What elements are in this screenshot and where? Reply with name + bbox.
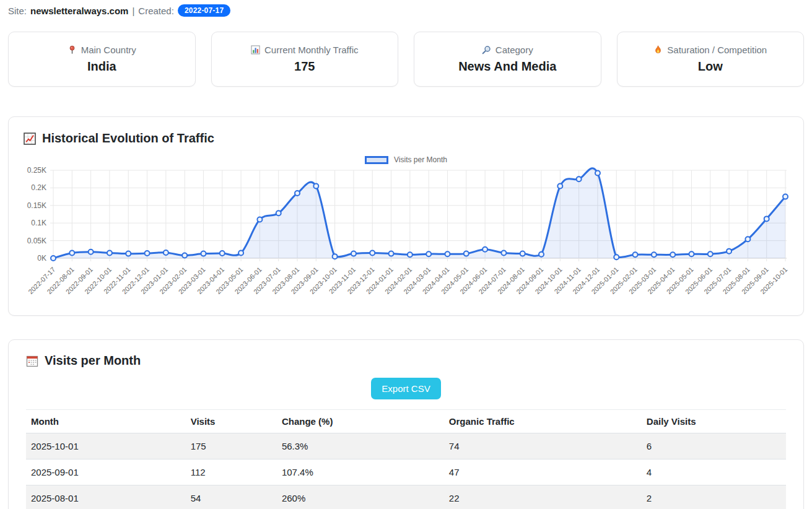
chart-legend[interactable]: Visits per Month bbox=[24, 155, 788, 164]
table-row: 2025-10-0117556.3%746 bbox=[26, 433, 786, 459]
svg-text:0K: 0K bbox=[37, 254, 46, 263]
svg-text:0.25K: 0.25K bbox=[27, 166, 46, 175]
table-row: 2025-09-01112107.4%474 bbox=[26, 459, 786, 485]
stat-label: Current Monthly Traffic bbox=[264, 45, 358, 55]
flame-icon bbox=[653, 45, 663, 54]
site-domain: newsletteralways.com bbox=[30, 6, 128, 16]
table-cell: 54 bbox=[186, 485, 277, 509]
calendar-icon bbox=[26, 355, 38, 367]
column-header-organic: Organic Traffic bbox=[444, 410, 642, 433]
stat-label: Saturation / Competition bbox=[667, 45, 767, 55]
site-label: Site: bbox=[8, 6, 27, 16]
created-date-badge: 2022-07-17 bbox=[178, 4, 230, 17]
table-cell: 260% bbox=[277, 485, 444, 509]
visits-table: Month Visits Change (%) Organic Traffic … bbox=[26, 409, 786, 509]
export-csv-button[interactable]: Export CSV bbox=[371, 378, 440, 399]
table-row: 2025-08-0154260%222 bbox=[26, 485, 786, 509]
legend-swatch bbox=[365, 156, 388, 164]
stat-label: Category bbox=[495, 45, 533, 55]
section-title-text: Visits per Month bbox=[45, 354, 141, 368]
table-cell: 56.3% bbox=[277, 433, 444, 459]
table-cell: 6 bbox=[642, 433, 786, 459]
legend-label: Visits per Month bbox=[394, 155, 447, 164]
table-cell: 112 bbox=[186, 459, 277, 485]
stat-card-category: Category News And Media bbox=[414, 32, 601, 87]
traffic-section-title: Historical Evolution of Traffic bbox=[24, 131, 788, 146]
column-header-month: Month bbox=[26, 410, 186, 433]
site-header: Site: newsletteralways.com | Created: 20… bbox=[8, 4, 804, 17]
stat-value: Low bbox=[698, 59, 723, 74]
column-header-change: Change (%) bbox=[277, 410, 444, 433]
table-cell: 107.4% bbox=[277, 459, 444, 485]
column-header-visits: Visits bbox=[186, 410, 277, 433]
stats-row: Main Country India Current Monthly Traff… bbox=[8, 32, 804, 87]
stat-value: 175 bbox=[294, 59, 315, 74]
svg-text:0.05K: 0.05K bbox=[27, 237, 46, 245]
table-cell: 2025-10-01 bbox=[26, 433, 186, 459]
pin-icon bbox=[68, 45, 77, 54]
table-cell: 4 bbox=[642, 459, 786, 485]
stat-label: Main Country bbox=[81, 45, 136, 55]
visits-table-card: Visits per Month Export CSV Month Visits… bbox=[8, 339, 804, 509]
stat-card-monthly-traffic: Current Monthly Traffic 175 bbox=[211, 32, 399, 87]
table-cell: 2025-08-01 bbox=[26, 485, 186, 509]
table-header-row: Month Visits Change (%) Organic Traffic … bbox=[26, 410, 786, 433]
magnifier-icon bbox=[482, 45, 491, 54]
table-cell: 2 bbox=[642, 485, 786, 509]
svg-text:0.2K: 0.2K bbox=[31, 183, 46, 192]
traffic-chart-card: Historical Evolution of Traffic Visits p… bbox=[8, 116, 804, 316]
created-label: Created: bbox=[138, 6, 174, 16]
svg-text:0.15K: 0.15K bbox=[27, 201, 46, 210]
bar-chart-icon bbox=[251, 45, 260, 54]
visits-section-title: Visits per Month bbox=[26, 354, 786, 368]
stat-card-main-country: Main Country India bbox=[8, 32, 196, 87]
section-title-text: Historical Evolution of Traffic bbox=[42, 131, 214, 146]
visits-table-body: 2025-10-0117556.3%7462025-09-01112107.4%… bbox=[26, 433, 786, 509]
table-cell: 74 bbox=[444, 433, 642, 459]
table-cell: 175 bbox=[186, 433, 277, 459]
table-cell: 2025-09-01 bbox=[26, 459, 186, 485]
visits-line-chart: 0K0.05K0.1K0.15K0.2K0.25K2022-07-172022-… bbox=[24, 165, 803, 314]
table-cell: 22 bbox=[444, 485, 642, 509]
stat-value: India bbox=[87, 59, 116, 74]
chart-up-icon bbox=[24, 133, 36, 145]
stat-value: News And Media bbox=[458, 59, 556, 74]
table-cell: 47 bbox=[444, 459, 642, 485]
svg-text:0.1K: 0.1K bbox=[31, 219, 46, 227]
stat-card-saturation: Saturation / Competition Low bbox=[617, 32, 805, 87]
column-header-daily: Daily Visits bbox=[642, 410, 786, 433]
separator: | bbox=[132, 6, 134, 16]
